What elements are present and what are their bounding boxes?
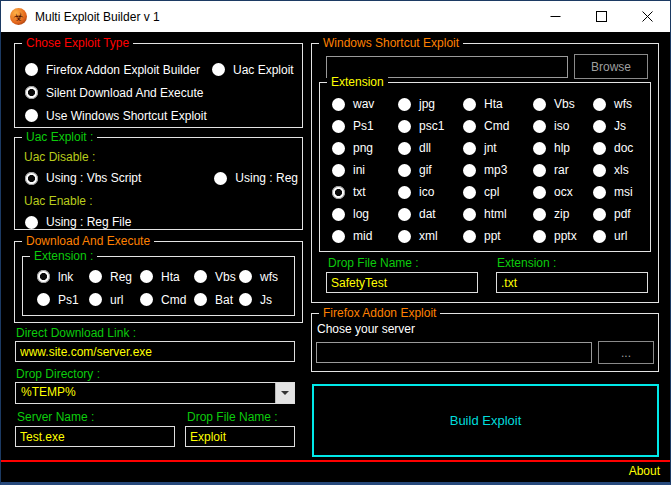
radio-row: Silent Download And Execute xyxy=(25,81,302,104)
radio-option-reg[interactable]: Reg xyxy=(89,270,140,284)
radio-option-using-reg-file[interactable]: Using : Reg File xyxy=(25,215,215,229)
window-controls xyxy=(532,1,670,32)
radio-option-ini[interactable]: ini xyxy=(332,163,398,177)
drop-file-name-input-left[interactable] xyxy=(185,426,295,447)
radio-option-ppt[interactable]: ppt xyxy=(463,229,533,243)
radio-option-firefox-addon-exploit-builder[interactable]: Firefox Addon Exploit Builder xyxy=(25,63,212,77)
radio-option-html[interactable]: html xyxy=(463,207,533,221)
radio-option-pdf[interactable]: pdf xyxy=(593,207,631,221)
radio-option-js[interactable]: Js xyxy=(239,293,272,307)
radio-option-lnk[interactable]: lnk xyxy=(37,270,89,284)
radio-option-vbs[interactable]: Vbs xyxy=(194,270,239,284)
direct-download-link-label: Direct Download Link : xyxy=(16,326,136,340)
radio-option-cmd[interactable]: Cmd xyxy=(463,119,533,133)
radio-icon xyxy=(533,230,546,243)
ellipsis-browse-button[interactable]: ... xyxy=(598,341,654,364)
radio-option-label: iso xyxy=(554,119,569,133)
radio-option-label: ppt xyxy=(484,229,501,243)
server-name-input[interactable] xyxy=(15,426,175,447)
radio-option-rar[interactable]: rar xyxy=(533,163,593,177)
radio-row: Firefox Addon Exploit BuilderUac Exploit xyxy=(25,58,302,81)
radio-option-url[interactable]: url xyxy=(593,229,627,243)
radio-option-wav[interactable]: wav xyxy=(332,97,398,111)
radio-option-iso[interactable]: iso xyxy=(533,119,593,133)
radio-option-label: pptx xyxy=(554,229,577,243)
radio-icon xyxy=(463,120,476,133)
radio-option-cpl[interactable]: cpl xyxy=(463,185,533,199)
radio-option-ocx[interactable]: ocx xyxy=(533,185,593,199)
radio-option-vbs[interactable]: Vbs xyxy=(533,97,593,111)
direct-download-link-input[interactable] xyxy=(15,341,295,362)
radio-row: wavjpgHtaVbswfs xyxy=(332,93,650,115)
radio-option-label: Ps1 xyxy=(58,293,79,307)
radio-option-dat[interactable]: dat xyxy=(398,207,463,221)
radio-option-label: cpl xyxy=(484,185,499,199)
maximize-button[interactable] xyxy=(578,1,624,32)
radio-option-hta[interactable]: Hta xyxy=(140,270,194,284)
radio-option-label: log xyxy=(353,207,369,221)
radio-option-hlp[interactable]: hlp xyxy=(533,141,593,155)
drop-directory-dropdown-button[interactable] xyxy=(275,383,294,403)
radio-option-using-reg[interactable]: Using : Reg xyxy=(214,171,298,185)
radio-option-js[interactable]: Js xyxy=(593,119,626,133)
radio-option-silent-download-and-execute[interactable]: Silent Download And Execute xyxy=(25,86,203,100)
build-exploit-button[interactable]: Build Exploit xyxy=(312,384,659,457)
radio-option-jnt[interactable]: jnt xyxy=(463,141,533,155)
radio-option-ps1[interactable]: Ps1 xyxy=(332,119,398,133)
radio-option-psc1[interactable]: psc1 xyxy=(398,119,463,133)
radio-option-url[interactable]: url xyxy=(89,293,140,307)
radio-option-doc[interactable]: doc xyxy=(593,141,633,155)
radio-option-label: Bat xyxy=(215,293,233,307)
radio-row: Use Windows Shortcut Exploit xyxy=(25,104,302,127)
radio-option-mid[interactable]: mid xyxy=(332,229,398,243)
radio-option-label: Cmd xyxy=(161,293,186,307)
extension-label-right: Extension : xyxy=(497,256,556,270)
radio-option-ps1[interactable]: Ps1 xyxy=(37,293,89,307)
radio-option-using-vbs-script[interactable]: Using : Vbs Script xyxy=(25,171,214,185)
radio-option-wfs[interactable]: wfs xyxy=(239,270,278,284)
radio-option-dll[interactable]: dll xyxy=(398,141,463,155)
radio-option-msi[interactable]: msi xyxy=(593,185,633,199)
radio-option-txt[interactable]: txt xyxy=(332,185,398,199)
radio-option-cmd[interactable]: Cmd xyxy=(140,293,194,307)
radio-option-png[interactable]: png xyxy=(332,141,398,155)
radio-icon xyxy=(89,270,102,283)
firefox-server-input[interactable] xyxy=(316,342,592,363)
radio-icon xyxy=(214,172,227,185)
about-link[interactable]: About xyxy=(629,464,660,478)
radio-option-log[interactable]: log xyxy=(332,207,398,221)
radio-selected-icon xyxy=(25,172,38,185)
radio-option-bat[interactable]: Bat xyxy=(194,293,239,307)
chevron-down-icon xyxy=(281,391,289,395)
radio-option-xml[interactable]: xml xyxy=(398,229,463,243)
radio-option-mp3[interactable]: mp3 xyxy=(463,163,533,177)
extension-input-right[interactable] xyxy=(496,272,648,293)
close-button[interactable] xyxy=(624,1,670,32)
radio-option-label: Use Windows Shortcut Exploit xyxy=(46,109,207,123)
radio-option-label: jpg xyxy=(419,97,435,111)
radio-option-gif[interactable]: gif xyxy=(398,163,463,177)
minimize-button[interactable] xyxy=(532,1,578,32)
radio-option-label: Using : Reg File xyxy=(46,215,131,229)
drop-file-name-input-right[interactable] xyxy=(326,272,478,293)
radio-icon xyxy=(25,216,38,229)
drop-directory-combobox[interactable]: %TEMP% xyxy=(15,382,295,404)
radio-option-jpg[interactable]: jpg xyxy=(398,97,463,111)
browse-button[interactable]: Browse xyxy=(574,54,648,79)
radio-option-label: zip xyxy=(554,207,569,221)
radio-option-pptx[interactable]: pptx xyxy=(533,229,593,243)
radio-option-zip[interactable]: zip xyxy=(533,207,593,221)
app-window: ☣ Multi Exploit Builder v 1 Chose Explo xyxy=(0,0,671,485)
radio-option-label: wav xyxy=(353,97,374,111)
radio-option-use-windows-shortcut-exploit[interactable]: Use Windows Shortcut Exploit xyxy=(25,109,207,123)
radio-icon xyxy=(463,186,476,199)
radio-icon xyxy=(332,164,345,177)
minimize-icon xyxy=(550,11,561,22)
radio-option-xls[interactable]: xls xyxy=(593,163,629,177)
radio-icon xyxy=(25,63,38,76)
radio-option-uac-exploit[interactable]: Uac Exploit xyxy=(212,63,294,77)
radio-option-ico[interactable]: ico xyxy=(398,185,463,199)
radio-option-wfs[interactable]: wfs xyxy=(593,97,632,111)
uac-enable-options: Using : Reg File xyxy=(24,211,298,233)
radio-option-hta[interactable]: Hta xyxy=(463,97,533,111)
